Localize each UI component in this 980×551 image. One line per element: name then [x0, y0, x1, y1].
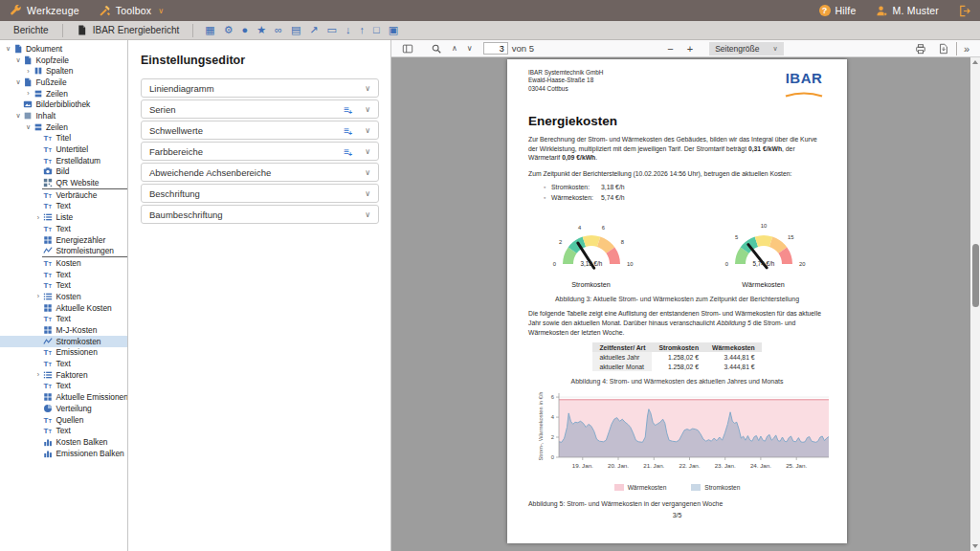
- chart-icon[interactable]: ↗: [309, 25, 318, 35]
- tree-item-zeilen[interactable]: ∨Zeilen: [0, 121, 127, 133]
- more-tools-button[interactable]: »: [959, 43, 974, 55]
- tree-item-kosten[interactable]: TTKosten: [0, 257, 127, 269]
- tree-item-text[interactable]: TTText: [0, 358, 127, 369]
- tree-item-m-j-kosten[interactable]: M-J-Kosten: [0, 324, 127, 336]
- add-entry-icon[interactable]: ≡+: [344, 146, 353, 157]
- tree-item-stromleistungen[interactable]: Stromleistungen: [0, 245, 127, 256]
- tree-item-titel[interactable]: TTTitel: [0, 133, 127, 144]
- chevron-down-icon[interactable]: ∨: [365, 189, 370, 198]
- tree-item-text[interactable]: TTText: [0, 269, 127, 280]
- scroll-down-arrow[interactable]: [972, 544, 978, 548]
- tree-expander-icon[interactable]: ›: [24, 90, 33, 97]
- tree-expander-icon[interactable]: ∨: [14, 112, 23, 120]
- menu-toolbox[interactable]: Toolbox ∨: [89, 0, 174, 21]
- tab-berichte[interactable]: Berichte: [0, 21, 62, 39]
- notifications-icon[interactable]: ●: [242, 25, 249, 35]
- tree-item-zeilen[interactable]: ›Zeilen: [0, 88, 127, 99]
- tree-expander-icon[interactable]: ›: [34, 293, 43, 299]
- add-entry-icon[interactable]: ≡+: [344, 104, 353, 115]
- tree-item-text[interactable]: TTText: [0, 381, 127, 392]
- previous-page-button[interactable]: ∧: [447, 44, 462, 53]
- help-button[interactable]: ? Hilfe: [810, 5, 866, 16]
- tree-item-dokument[interactable]: ∨Dokument: [0, 43, 127, 55]
- tree-item-text[interactable]: TTText: [0, 223, 127, 234]
- menu-werkzeuge[interactable]: Werkzeuge: [0, 0, 89, 21]
- tree-item-emissionen[interactable]: TTEmissionen: [0, 347, 127, 359]
- grid-icon: [43, 302, 54, 313]
- chevron-down-icon[interactable]: ∨: [365, 105, 370, 114]
- tree-item-energiezähler[interactable]: Energiezähler: [0, 234, 127, 246]
- tree-expander-icon[interactable]: ∨: [24, 123, 33, 131]
- logout-button[interactable]: [948, 5, 980, 17]
- tree-expander-icon[interactable]: ›: [24, 68, 33, 75]
- tree-item-spalten[interactable]: ›Spalten: [0, 65, 127, 77]
- chevron-down-icon[interactable]: ∨: [365, 210, 370, 219]
- tree-item-label: Inhalt: [36, 111, 56, 121]
- print-button[interactable]: [910, 43, 931, 55]
- add-entry-icon[interactable]: ≡+: [344, 125, 353, 136]
- tree-item-qr-website[interactable]: QR Website: [0, 177, 127, 188]
- apps-grid-icon[interactable]: ▦: [205, 25, 214, 35]
- tree-item-stromkosten[interactable]: Stromkosten: [0, 336, 127, 347]
- zoom-out-button[interactable]: −: [660, 43, 679, 55]
- tree-item-kopfzeile[interactable]: ∨Kopfzeile: [0, 55, 127, 66]
- settings-section-liniendiagramm[interactable]: Liniendiagramm∨: [141, 78, 379, 98]
- chevron-down-icon[interactable]: ∨: [365, 84, 370, 93]
- settings-section-abweichende-achsenbereiche[interactable]: Abweichende Achsenbereiche∨: [141, 163, 379, 182]
- ruler-icon[interactable]: ▭: [327, 25, 337, 35]
- link-icon[interactable]: ∞: [275, 25, 282, 35]
- tree-expander-icon[interactable]: ∨: [4, 45, 12, 53]
- chevron-down-icon[interactable]: ∨: [365, 168, 370, 177]
- tree-item-untertitel[interactable]: TTUntertitel: [0, 143, 127, 155]
- vertical-scrollbar[interactable]: [970, 57, 980, 551]
- tree-item-text[interactable]: TTText: [0, 425, 127, 436]
- scrollbar-thumb[interactable]: [972, 244, 979, 307]
- tab-ibar-energiebericht[interactable]: IBAR Energiebericht: [63, 21, 193, 39]
- tree-item-verteilung[interactable]: Verteilung: [0, 403, 127, 414]
- tree-item-emissionen-balken[interactable]: Emissionen Balken: [0, 448, 127, 459]
- tree-expander-icon[interactable]: ∨: [14, 78, 23, 86]
- tree-item-text[interactable]: TTText: [0, 201, 127, 212]
- zoom-mode-select[interactable]: Seitengröße ∨: [709, 42, 783, 55]
- tree-item-inhalt[interactable]: ∨Inhalt: [0, 110, 127, 121]
- tree-item-bild[interactable]: Bild: [0, 166, 127, 178]
- scroll-up-arrow[interactable]: [972, 60, 978, 64]
- tree-item-faktoren[interactable]: ›Faktoren: [0, 369, 127, 381]
- tree-item-fußzeile[interactable]: ∨Fußzeile: [0, 77, 127, 88]
- sidebar-toggle-button[interactable]: [397, 43, 418, 55]
- tree-item-bilderbibliothek[interactable]: Bilderbibliothek: [0, 99, 127, 110]
- chevron-down-icon[interactable]: ∨: [365, 147, 370, 156]
- download-document-button[interactable]: [933, 43, 954, 55]
- tree-item-erstelldatum[interactable]: TTErstelldatum: [0, 155, 127, 166]
- settings-section-beschriftung[interactable]: Beschriftung∨: [141, 184, 379, 203]
- settings-icon[interactable]: ⚙: [224, 25, 234, 35]
- tree-item-quellen[interactable]: TTQuellen: [0, 414, 127, 426]
- settings-section-serien[interactable]: Serien≡+∨: [141, 99, 379, 119]
- tree-item-text[interactable]: TTText: [0, 314, 127, 325]
- next-page-button[interactable]: ∨: [462, 44, 478, 53]
- download-icon[interactable]: ↓: [345, 25, 351, 35]
- settings-section-schwellwerte[interactable]: Schwellwerte≡+∨: [141, 121, 379, 140]
- tree-item-verbräuche[interactable]: TTVerbräuche: [0, 189, 127, 201]
- tree-expander-icon[interactable]: ∨: [14, 56, 23, 64]
- page-number-input[interactable]: [483, 42, 508, 55]
- favorites-icon[interactable]: ★: [256, 25, 266, 35]
- tree-item-aktuelle-emissionen[interactable]: Aktuelle Emissionen: [0, 391, 127, 403]
- settings-section-farbbereiche[interactable]: Farbbereiche≡+∨: [141, 142, 379, 161]
- search-button[interactable]: [426, 43, 447, 55]
- chevron-down-icon[interactable]: ∨: [365, 126, 370, 135]
- upload-icon[interactable]: ↑: [359, 25, 365, 35]
- save-icon[interactable]: ▣: [389, 25, 398, 35]
- zoom-in-button[interactable]: +: [680, 43, 700, 55]
- calendar-icon[interactable]: ▤: [291, 25, 301, 35]
- tree-item-aktuelle-kosten[interactable]: Aktuelle Kosten: [0, 302, 127, 314]
- user-menu[interactable]: M. Muster: [866, 5, 948, 17]
- settings-section-baumbeschriftung[interactable]: Baumbeschriftung∨: [141, 205, 379, 224]
- tree-item-liste[interactable]: ›Liste: [0, 211, 127, 223]
- tree-item-kosten[interactable]: ›Kosten: [0, 291, 127, 302]
- tree-expander-icon[interactable]: ›: [34, 371, 43, 378]
- tree-item-text[interactable]: TTText: [0, 279, 127, 291]
- monitor-icon[interactable]: □: [373, 25, 380, 35]
- tree-expander-icon[interactable]: ›: [34, 214, 43, 221]
- tree-item-kosten-balken[interactable]: Kosten Balken: [0, 436, 127, 448]
